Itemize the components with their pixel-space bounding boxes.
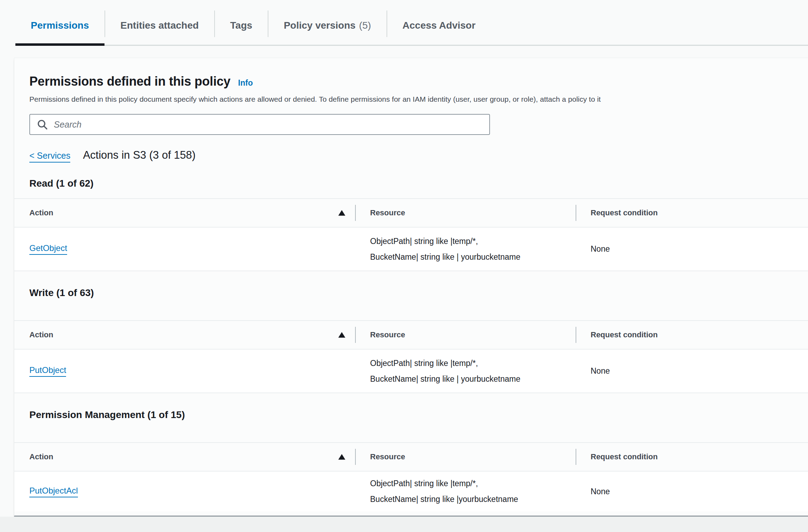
table-header: Action Resource Request condition	[14, 198, 808, 228]
info-link[interactable]: Info	[238, 78, 253, 88]
column-header-action: Action	[29, 330, 53, 339]
column-header-resource: Resource	[356, 452, 576, 461]
back-to-services-link[interactable]: < Services	[29, 151, 70, 163]
tab-label: Tags	[230, 20, 252, 31]
sort-ascending-icon[interactable]	[338, 454, 345, 460]
resource-line: BucketName| string like | yourbucketname	[370, 371, 576, 387]
tab-entities-attached[interactable]: Entities attached	[105, 5, 214, 46]
column-header-request-condition: Request condition	[576, 208, 793, 217]
action-link-putobjectacl[interactable]: PutObjectAcl	[29, 486, 78, 497]
tab-label: Access Advisor	[403, 20, 476, 31]
panel-description: Permissions defined in this policy docum…	[14, 95, 808, 103]
request-condition-value: None	[576, 487, 793, 496]
section-heading-permission-management: Permission Management (1 of 15)	[14, 409, 808, 420]
action-link-putobject[interactable]: PutObject	[29, 365, 66, 377]
resource-line: BucketName| string like |yourbucketname	[370, 491, 576, 507]
tab-permissions[interactable]: Permissions	[15, 5, 104, 46]
table-header: Action Resource Request condition	[14, 320, 808, 350]
section-heading-read: Read (1 of 62)	[14, 178, 808, 189]
request-condition-value: None	[576, 366, 793, 376]
column-header-resource: Resource	[356, 208, 576, 217]
page-title: Permissions defined in this policy	[29, 74, 230, 89]
column-header-resource: Resource	[356, 330, 576, 339]
column-header-request-condition: Request condition	[576, 452, 793, 461]
search-input[interactable]	[54, 120, 483, 130]
column-header-action: Action	[29, 452, 53, 461]
sort-ascending-icon[interactable]	[338, 332, 345, 338]
tab-policy-versions[interactable]: Policy versions (5)	[268, 5, 387, 46]
tab-tags[interactable]: Tags	[215, 5, 268, 46]
table-row: PutObject ObjectPath| string like |temp/…	[14, 350, 808, 393]
tab-label: Entities attached	[121, 20, 199, 31]
tab-access-advisor[interactable]: Access Advisor	[387, 5, 491, 46]
request-condition-value: None	[576, 244, 793, 254]
tab-bar: Permissions Entities attached Tags Polic…	[0, 0, 808, 46]
actions-in-service-heading: Actions in S3 (3 of 158)	[83, 149, 195, 161]
search-icon	[36, 118, 48, 130]
column-header-action: Action	[29, 208, 53, 217]
column-header-request-condition: Request condition	[576, 330, 793, 339]
resource-line: ObjectPath| string like |temp/*,	[370, 355, 576, 371]
table-row: GetObject ObjectPath| string like |temp/…	[14, 228, 808, 271]
resource-line: ObjectPath| string like |temp/*,	[370, 476, 576, 491]
tab-label: Policy versions	[284, 20, 355, 31]
sort-ascending-icon[interactable]	[338, 210, 345, 216]
permissions-panel: Permissions defined in this policy Info …	[14, 58, 808, 517]
search-box[interactable]	[29, 114, 490, 135]
page-background-strip	[0, 517, 808, 532]
section-heading-write: Write (1 of 63)	[14, 287, 808, 299]
table-header: Action Resource Request condition	[14, 442, 808, 472]
tab-count-badge: (5)	[359, 20, 371, 31]
table-row: PutObjectAcl ObjectPath| string like |te…	[14, 472, 808, 511]
action-link-getobject[interactable]: GetObject	[29, 243, 67, 255]
resource-line: ObjectPath| string like |temp/*,	[370, 233, 576, 249]
resource-line: BucketName| string like | yourbucketname	[370, 249, 576, 265]
tab-label: Permissions	[31, 20, 89, 31]
